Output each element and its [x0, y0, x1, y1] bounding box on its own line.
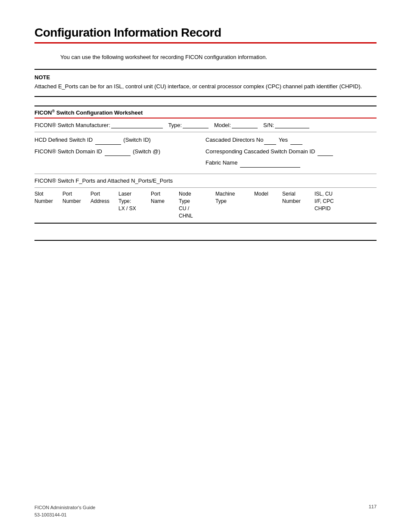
corresponding-label: Corresponding Cascaded Switch Domain ID — [206, 148, 317, 155]
model-label: Model: — [214, 122, 231, 128]
footer-left: FICON Administrator's Guide 53-1003144-0… — [34, 504, 95, 519]
fabric-line: Fabric Name — [206, 159, 377, 168]
domain-label: FICON® Switch Domain ID — [34, 148, 104, 155]
col-port-address: PortAddress — [90, 190, 118, 205]
sn-field[interactable] — [275, 122, 309, 128]
corresponding-field[interactable] — [318, 150, 333, 156]
page-footer: FICON Administrator's Guide 53-1003144-0… — [34, 504, 377, 519]
corresponding-line: Corresponding Cascaded Switch Domain ID — [206, 147, 377, 156]
col-model: Model — [254, 190, 282, 198]
model-field[interactable] — [232, 122, 258, 128]
sn-label: S/N: — [263, 122, 274, 128]
footer-page-number: 117 — [369, 504, 377, 519]
col-laser-type: LaserType:LX / SX — [118, 190, 151, 212]
worksheet-header-text: FICON® Switch Configuration Worksheet — [34, 109, 143, 116]
domain-line: FICON® Switch Domain ID (Switch @) — [34, 147, 206, 156]
fabric-field[interactable] — [240, 162, 300, 168]
hcd-suffix: (Switch ID) — [122, 137, 151, 143]
note-text: Attached E_Ports can be for an ISL, cont… — [34, 82, 377, 91]
hcd-label: HCD Defined Switch ID — [34, 137, 94, 143]
red-divider — [34, 42, 377, 44]
col-port-name: PortName — [151, 190, 179, 205]
info-right: Cascaded Directors No Yes Corresponding … — [206, 136, 377, 170]
domain-field[interactable] — [105, 150, 131, 156]
type-label: Type: — [168, 122, 182, 128]
col-slot-number: SlotNumber — [34, 190, 62, 205]
worksheet-section: FICON® Switch Configuration Worksheet FI… — [34, 106, 377, 241]
cascaded-line: Cascaded Directors No Yes — [206, 136, 377, 145]
type-field[interactable] — [183, 122, 209, 128]
info-rows: HCD Defined Switch ID (Switch ID) FICON®… — [34, 132, 377, 174]
manufacturer-row: FICON® Switch Manufacturer: Type: Model:… — [34, 118, 377, 132]
note-label: NOTE — [34, 74, 377, 81]
intro-text: You can use the following worksheet for … — [60, 54, 377, 60]
col-port-number: PortNumber — [62, 190, 90, 205]
manufacturer-label: FICON® Switch Manufacturer: — [34, 122, 110, 128]
footer-doc-number: 53-1003144-01 — [34, 511, 95, 519]
fports-row: FICON® Switch F_Ports and Attached N_Por… — [34, 174, 377, 188]
yes-label: Yes — [279, 137, 290, 143]
table-header-row: SlotNumber PortNumber PortAddress LaserT… — [34, 188, 377, 224]
domain-suffix: (Switch @) — [131, 148, 160, 155]
cascaded-no-field[interactable] — [264, 139, 276, 145]
cascaded-label: Cascaded Directors No — [206, 137, 263, 143]
table-section: SlotNumber PortNumber PortAddress LaserT… — [34, 188, 377, 241]
table-data-area — [34, 224, 377, 241]
footer-guide-name: FICON Administrator's Guide — [34, 504, 95, 512]
fabric-label: Fabric Name — [206, 159, 239, 166]
col-isl-cu: ISL, CUI/F, CPCCHPID — [314, 190, 353, 212]
worksheet-header: FICON® Switch Configuration Worksheet — [34, 106, 377, 118]
note-box: NOTE Attached E_Ports can be for an ISL,… — [34, 69, 377, 97]
col-machine-type: MachineType — [215, 190, 254, 205]
col-node-type: NodeTypeCU /CHNL — [179, 190, 215, 219]
fports-label: FICON® Switch F_Ports and Attached N_Por… — [34, 177, 173, 184]
page-title: Configuration Information Record — [34, 26, 377, 40]
manufacturer-field[interactable] — [111, 122, 163, 128]
hcd-field[interactable] — [95, 139, 121, 145]
hcd-line: HCD Defined Switch ID (Switch ID) — [34, 136, 206, 145]
col-serial-number: SerialNumber — [282, 190, 314, 205]
yes-field[interactable] — [290, 139, 302, 145]
info-left: HCD Defined Switch ID (Switch ID) FICON®… — [34, 136, 206, 170]
